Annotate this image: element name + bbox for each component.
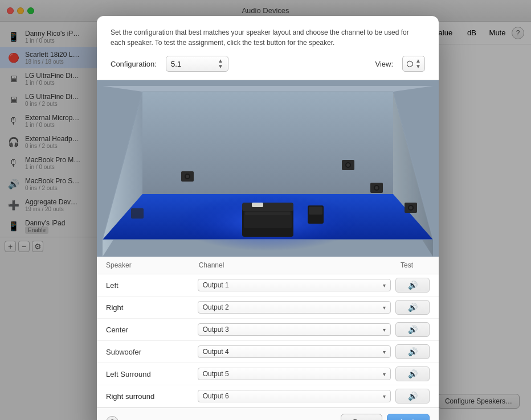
svg-point-29: [409, 206, 412, 209]
channel-select-3[interactable]: Output 4▾: [198, 345, 391, 358]
test-button-4[interactable]: 🔊: [395, 367, 430, 381]
modal-description: Set the configuration that best matches …: [111, 27, 425, 48]
speaker-row-4: Left SurroundOutput 5▾🔊: [97, 363, 439, 385]
cube-icon: ⬡: [406, 59, 413, 68]
channel-select-1[interactable]: Output 2▾: [198, 301, 391, 314]
speaker-name-2: Center: [106, 326, 198, 334]
channel-select-4[interactable]: Output 5▾: [198, 368, 391, 380]
speaker-name-3: Subwoofer: [106, 348, 198, 356]
room-svg: [97, 80, 439, 257]
channel-arrow-1: ▾: [383, 304, 386, 311]
speaker-row-2: CenterOutput 3▾🔊: [97, 319, 439, 341]
channel-value-1: Output 2: [203, 303, 383, 311]
channel-value-0: Output 1: [203, 281, 383, 289]
modal-header: Set the configuration that best matches …: [97, 16, 439, 80]
speaker-name-4: Left Surround: [106, 370, 198, 378]
test-button-3[interactable]: 🔊: [395, 344, 430, 359]
speaker-row-0: LeftOutput 1▾🔊: [97, 274, 439, 297]
svg-rect-30: [131, 208, 144, 219]
speaker-config-modal: Set the configuration that best matches …: [97, 16, 439, 420]
channel-arrow-2: ▾: [383, 327, 386, 333]
config-stepper[interactable]: ▲ ▼: [218, 58, 223, 69]
view-stepper[interactable]: ▲ ▼: [415, 58, 421, 69]
test-button-0[interactable]: 🔊: [395, 278, 430, 293]
channel-value-3: Output 4: [203, 348, 383, 356]
speaker-name-1: Right: [106, 303, 198, 312]
speaker-name-0: Left: [106, 281, 198, 290]
config-row: Configuration: 5.1 ▲ ▼ View: ⬡ ▲ ▼: [111, 56, 425, 72]
test-button-1[interactable]: 🔊: [395, 300, 430, 315]
footer-buttons: Done Apply: [341, 414, 430, 420]
channel-select-5[interactable]: Output 6▾: [198, 390, 391, 402]
speaker-table: Speaker Channel Test LeftOutput 1▾🔊Right…: [97, 257, 439, 407]
channel-arrow-0: ▾: [383, 282, 386, 289]
svg-point-18: [186, 175, 189, 178]
svg-point-21: [346, 163, 350, 167]
channel-value-2: Output 3: [203, 326, 383, 333]
speaker-row-3: SubwooferOutput 4▾🔊: [97, 341, 439, 363]
speaker-row-5: Right surroundOutput 6▾🔊: [97, 385, 439, 407]
speaker-row-1: RightOutput 2▾🔊: [97, 297, 439, 319]
done-button[interactable]: Done: [341, 414, 382, 420]
channel-arrow-3: ▾: [383, 349, 386, 355]
col-channel-header: Channel: [199, 261, 384, 269]
channel-select-2[interactable]: Output 3▾: [198, 323, 391, 336]
speaker-name-5: Right surround: [106, 392, 198, 401]
svg-rect-26: [309, 207, 322, 215]
modal-help-button[interactable]: ?: [106, 416, 119, 421]
view-label: View:: [375, 60, 394, 68]
config-select-value: 5.1: [171, 60, 213, 68]
channel-value-5: Output 6: [203, 392, 383, 400]
svg-rect-15: [252, 203, 263, 207]
channel-arrow-4: ▾: [383, 371, 386, 377]
channel-arrow-5: ▾: [383, 393, 386, 400]
room-visualization: [97, 80, 439, 257]
svg-marker-5: [103, 86, 433, 92]
col-speaker-header: Speaker: [106, 261, 199, 269]
config-label: Configuration:: [111, 60, 157, 68]
channel-select-0[interactable]: Output 1▾: [198, 279, 391, 291]
col-test-header: Test: [384, 261, 430, 269]
svg-marker-0: [142, 92, 393, 194]
channel-value-4: Output 5: [203, 370, 383, 378]
svg-rect-14: [245, 212, 291, 215]
test-button-2[interactable]: 🔊: [395, 322, 430, 337]
modal-footer: ? Done Apply: [97, 407, 439, 420]
test-button-5[interactable]: 🔊: [395, 389, 430, 403]
apply-button[interactable]: Apply: [387, 414, 430, 420]
speaker-table-header: Speaker Channel Test: [97, 257, 439, 274]
view-control[interactable]: ⬡ ▲ ▼: [402, 56, 425, 72]
svg-rect-12: [242, 203, 293, 211]
configuration-select[interactable]: 5.1 ▲ ▼: [166, 56, 228, 72]
svg-point-24: [375, 186, 378, 190]
